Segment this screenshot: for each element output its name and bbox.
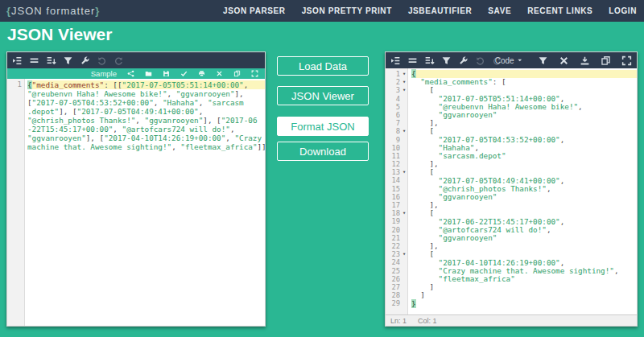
left-editor-code[interactable]: {"media_comments": [["2017-07-05T05:51:1…	[25, 79, 265, 326]
save-icon[interactable]	[163, 70, 170, 77]
line-number: 19	[386, 217, 407, 225]
source-code-row: "@reubenvn Haha! Awesome bike!", "ggvanr…	[27, 89, 265, 98]
fold-caret-icon[interactable]: ▾	[401, 70, 407, 78]
copy-icon[interactable]	[601, 55, 611, 66]
view-mode-dropdown[interactable]: Code	[495, 56, 523, 65]
nav-json-pretty-print[interactable]: JSON PRETTY PRINT	[302, 6, 392, 15]
line-number: 11	[386, 152, 407, 160]
share-icon[interactable]	[127, 70, 134, 77]
source-code-row: .depot"], ["2017-07-05T04:49:41+00:00",	[27, 107, 265, 116]
right-editor-toolbar: Code	[386, 52, 637, 68]
right-toolbar-icons-right	[527, 55, 632, 66]
print-icon[interactable]	[198, 70, 205, 77]
result-code-line: ]	[411, 291, 637, 299]
result-code-line: "fleetmax_africa"	[411, 275, 637, 283]
source-code-row: -22T15:45:17+00:00", "@artofcars724 will…	[27, 125, 265, 134]
line-number: 15	[386, 185, 407, 193]
nav-jsbeautifier[interactable]: JSBEAUTIFIER	[408, 6, 472, 15]
source-editor[interactable]: 1 {"media_comments": [["2017-07-05T05:51…	[7, 79, 265, 326]
download-icon[interactable]	[580, 55, 590, 66]
source-code-row: {"media_comments": [["2017-07-05T05:51:1…	[27, 80, 265, 89]
line-number: 3▾	[386, 86, 407, 94]
sample-dropdown[interactable]: Sample	[91, 69, 117, 78]
nav-recent-links[interactable]: RECENT LINKS	[527, 6, 592, 15]
fold-caret-icon[interactable]: ▾	[401, 250, 407, 258]
json-viewer-button[interactable]: JSON Viewer	[277, 86, 369, 105]
undo-icon	[475, 55, 485, 66]
fold-caret-icon[interactable]: ▾	[401, 127, 407, 135]
result-viewer[interactable]: 1▾2▾3▾45678▾910111213▾1415161718▾1920212…	[386, 68, 637, 314]
line-number: 16	[386, 193, 407, 201]
line-number: 2▾	[386, 78, 407, 86]
line-number: 9	[386, 136, 407, 144]
right-editor-statusbar: Ln: 1 Col: 1	[386, 314, 637, 326]
line-number: 17	[386, 201, 407, 209]
line-number: 27	[386, 283, 407, 291]
repair-wrench-icon[interactable]	[458, 55, 469, 66]
line-number: 7	[386, 119, 407, 127]
left-toolbar-icons	[12, 55, 130, 66]
result-code-line: "ggvanrooyen"	[411, 234, 637, 242]
line-number: 23▾	[386, 250, 407, 258]
logo-text: JSON formatter	[11, 5, 95, 17]
download-button[interactable]: Download	[277, 142, 369, 161]
line-number: 12	[386, 160, 407, 168]
left-strip-icons	[127, 70, 258, 77]
load-data-button[interactable]: Load Data	[277, 56, 369, 76]
folder-open-icon[interactable]	[145, 70, 152, 77]
sort-icon[interactable]	[46, 55, 56, 66]
result-code-line: "ggvanrooyen"	[411, 193, 637, 201]
fold-caret-icon[interactable]: ▾	[401, 86, 407, 94]
result-code-line: ],	[411, 201, 637, 209]
result-viewer-panel: Code 1▾2▾3▾45678▾910111213▾1415161718▾19…	[385, 51, 638, 327]
compact-icon[interactable]	[29, 55, 39, 66]
copy-icon[interactable]	[233, 70, 241, 77]
repair-wrench-icon[interactable]	[80, 55, 90, 66]
nav-login[interactable]: LOGIN	[609, 6, 637, 15]
logo-close-brace: }	[95, 5, 100, 17]
filter-icon[interactable]	[441, 55, 452, 66]
result-code-line: ],	[411, 160, 637, 168]
site-logo[interactable]: {JSON formatter}	[6, 5, 100, 17]
line-number: 28	[386, 291, 407, 299]
result-code-line: ],	[411, 242, 637, 250]
line-number: 10	[386, 144, 407, 152]
line-number: 21	[386, 234, 407, 242]
filter-solid-icon[interactable]	[538, 55, 548, 66]
fold-caret-icon[interactable]: ▾	[401, 78, 407, 86]
compact-icon[interactable]	[407, 55, 418, 66]
result-code-line: ]	[411, 283, 637, 291]
line-number: 26	[386, 275, 407, 283]
nav-save[interactable]: SAVE	[488, 6, 511, 15]
page-title: JSON Viewer	[7, 25, 112, 44]
format-indent-icon[interactable]	[390, 55, 401, 66]
fullscreen-icon[interactable]	[251, 70, 258, 77]
check-icon[interactable]	[180, 70, 188, 77]
filter-icon[interactable]	[63, 55, 73, 66]
line-number: 4	[386, 95, 407, 103]
fold-caret-icon[interactable]: ▾	[401, 209, 407, 217]
caret-down-icon	[517, 57, 523, 64]
source-code-row: ["2017-07-05T04:53:52+00:00", "Hahaha", …	[27, 98, 265, 107]
fullscreen-icon[interactable]	[621, 55, 632, 66]
view-mode-label: Code	[495, 56, 514, 65]
right-editor-gutter[interactable]: 1▾2▾3▾45678▾910111213▾1415161718▾1920212…	[386, 68, 408, 314]
fold-caret-icon[interactable]: ▾	[401, 168, 407, 176]
line-number: 18▾	[386, 209, 407, 217]
line-number: 6	[386, 111, 407, 119]
source-code-row: "ggvanrooyen"], ["2017-04-10T14:26:19+00…	[27, 134, 265, 142]
format-indent-icon[interactable]	[12, 55, 23, 66]
line-number: 29	[386, 299, 407, 307]
nav-json-parser[interactable]: JSON PARSER	[223, 6, 286, 15]
line-number: 5	[386, 103, 407, 111]
right-editor-code[interactable]: { "media_comments": [ [ "2017-07-05T05:5…	[408, 68, 637, 314]
undo-icon	[97, 55, 107, 66]
left-editor-gutter: 1	[7, 79, 25, 326]
top-navbar: {JSON formatter} JSON PARSERJSON PRETTY …	[0, 0, 644, 22]
sort-icon[interactable]	[424, 55, 435, 66]
header-nav: JSON PARSERJSON PRETTY PRINTJSBEAUTIFIER…	[223, 6, 644, 15]
line-number: 13▾	[386, 168, 407, 176]
clear-icon[interactable]	[559, 55, 569, 66]
format-json-button[interactable]: Format JSON	[277, 117, 369, 136]
clear-icon[interactable]	[216, 70, 223, 77]
